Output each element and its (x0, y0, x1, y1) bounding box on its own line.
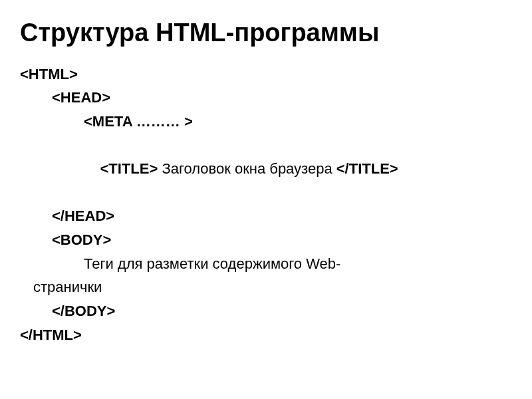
tag-head-open: <HEAD> (20, 86, 512, 110)
tag-title-line: <TITLE> Заголовок окна браузера </TITLE> (20, 134, 512, 205)
tag-body-close: </BODY> (20, 299, 512, 323)
body-text-line1: Теги для разметки содержимого Web- (20, 252, 512, 276)
body-text-line2: странички (20, 275, 512, 299)
tag-html-close: </HTML> (20, 323, 512, 347)
tag-head-close: </HEAD> (20, 204, 512, 228)
tag-title-open: <TITLE> (100, 160, 162, 177)
tag-title-close: </TITLE> (336, 160, 398, 177)
title-text: Заголовок окна браузера (162, 160, 336, 177)
tag-html-open: <HTML> (20, 63, 512, 86)
code-structure: <HTML> <HEAD> <META ……… > <TITLE> Заголо… (20, 63, 512, 347)
tag-body-open: <BODY> (20, 228, 512, 252)
slide-title: Структура HTML-программы (20, 19, 512, 48)
tag-meta: <META ……… > (20, 110, 512, 134)
